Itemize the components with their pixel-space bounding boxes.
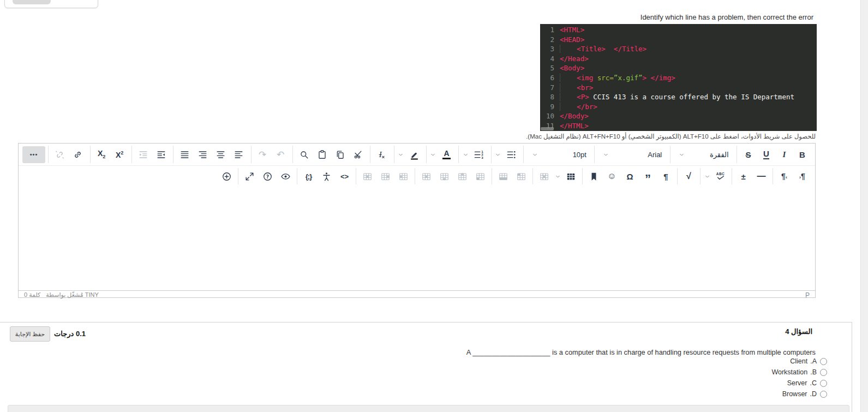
fullscreen-button[interactable] [241, 168, 259, 185]
code-line: 7 <br> [540, 83, 817, 93]
answer-radio[interactable] [820, 369, 827, 376]
nonbreaking-space-button[interactable]: ± [734, 168, 752, 185]
previous-card-button[interactable] [13, 0, 51, 4]
toolbar-group [356, 168, 415, 184]
subscript-button[interactable]: X2 [93, 146, 111, 163]
insert-column-before-button[interactable] [394, 168, 412, 185]
text-color-menu-button[interactable] [429, 146, 438, 163]
code-sample-button[interactable]: {;} [300, 168, 318, 185]
svg-text:3: 3 [482, 156, 484, 159]
anchor-button[interactable] [585, 168, 603, 185]
align-center-button[interactable] [212, 146, 230, 163]
search-icon [299, 150, 309, 160]
answer-radio[interactable] [820, 358, 827, 365]
answer-radio[interactable] [820, 380, 827, 387]
numbered-list-button[interactable]: 123 [470, 146, 488, 163]
delete-table-button[interactable] [535, 168, 553, 185]
outdent-button[interactable] [134, 146, 152, 163]
font-size-select[interactable]: 10pt [526, 146, 591, 163]
split-cell-button[interactable] [512, 168, 530, 185]
help-button[interactable]: ? [259, 168, 277, 185]
answer-radio[interactable] [820, 391, 827, 398]
code-scrollbar-thumb[interactable] [541, 127, 554, 130]
tbl-delete-icon [539, 171, 549, 182]
insert-table-menu-button[interactable] [553, 168, 562, 185]
numbered-list-menu-button[interactable] [461, 146, 470, 163]
spellcheck-menu-button[interactable] [703, 168, 711, 185]
delete-column-button[interactable] [358, 168, 376, 185]
font-family-select[interactable]: Arial [597, 146, 667, 163]
nbsp-icon: ± [741, 172, 745, 181]
paragraph-mark-button[interactable]: ¶ [657, 168, 675, 185]
align-left-button[interactable] [230, 146, 248, 163]
strikethrough-button[interactable]: S [739, 146, 757, 163]
paragraph-format-select[interactable]: الفقرة [673, 146, 734, 163]
line-number: 6 [540, 73, 560, 83]
spellcheck-button[interactable]: ABC [711, 168, 729, 185]
delete-row-button[interactable] [417, 168, 435, 185]
code-line: 11</HTML> [540, 121, 817, 131]
paste-button[interactable] [313, 146, 331, 163]
save-answer-button[interactable]: حفظ الإجابة [10, 326, 50, 342]
superscript-button[interactable]: X2 [111, 146, 129, 163]
tbl-col-after-icon [380, 171, 391, 182]
special-character-button[interactable]: Ω [621, 168, 639, 185]
tbl-row-del-icon [421, 171, 432, 182]
preview-button[interactable] [277, 168, 295, 185]
underline-button[interactable]: U [757, 146, 775, 163]
cell-properties-button[interactable] [471, 168, 489, 185]
background-color-menu-button[interactable] [397, 146, 405, 163]
page-scrollbar[interactable] [860, 0, 868, 412]
align-center-icon [215, 150, 226, 160]
code-line: 6 <img src=”x.gif”> </img> [540, 73, 817, 83]
accessibility-icon [321, 171, 332, 182]
italic-button[interactable]: I [775, 146, 793, 163]
insert-row-below-button[interactable] [435, 168, 453, 185]
option-label: Server [787, 379, 807, 387]
background-color-button[interactable] [405, 146, 423, 163]
undo-button[interactable]: ↶ [272, 146, 290, 163]
pilcrow-icon: ¶ [663, 172, 668, 181]
insert-table-button[interactable] [562, 168, 580, 185]
more-options-button[interactable]: ••• [22, 146, 45, 163]
insert-link-button[interactable] [69, 146, 87, 163]
bold-button[interactable]: B [793, 146, 811, 163]
clear-formatting-button[interactable]: I× [373, 146, 391, 163]
toolbar-group [532, 168, 582, 184]
insert-column-after-button[interactable] [376, 168, 394, 185]
insert-row-above-button[interactable] [453, 168, 471, 185]
indent-button[interactable] [152, 146, 170, 163]
add-content-button[interactable] [218, 168, 236, 185]
unlink-button[interactable] [51, 146, 69, 163]
bullet-list-button[interactable] [502, 146, 520, 163]
toolbar-group [292, 146, 369, 163]
rtl-paragraph-button[interactable]: ›¶ [793, 168, 811, 185]
unlink-icon [55, 150, 65, 160]
editor-content-area[interactable] [19, 187, 815, 290]
bullet-list-menu-button[interactable] [494, 146, 502, 163]
tbl-cell-icon [475, 171, 486, 182]
emoticons-button[interactable]: ☺ [603, 168, 621, 185]
cut-button[interactable] [349, 146, 367, 163]
merge-cells-button[interactable] [494, 168, 512, 185]
align-justify-button[interactable] [176, 146, 194, 163]
code-line: 10</Body> [540, 111, 817, 121]
help-icon: ? [262, 171, 273, 182]
redo-button[interactable]: ↷ [254, 146, 272, 163]
preview-icon [280, 171, 291, 182]
ltr-paragraph-button[interactable]: ¶‹ [775, 168, 793, 185]
horizontal-rule-button[interactable]: — [752, 168, 770, 185]
find-replace-button[interactable] [295, 146, 313, 163]
source-code-button[interactable]: <> [336, 168, 354, 185]
copy-button[interactable] [331, 146, 349, 163]
code-text: <P> CCIS 413 is a course offered by the … [560, 92, 794, 102]
blockquote-button[interactable]: ” [639, 168, 657, 185]
text-color-button[interactable]: A [438, 146, 456, 163]
accessibility-checker-button[interactable] [318, 168, 336, 185]
powered-by-tiny[interactable]: مُشغّل بواسطة TINY [46, 291, 98, 298]
code-text: <Body> [560, 63, 584, 73]
math-editor-button[interactable]: √ [680, 168, 698, 185]
align-justify-icon [179, 150, 190, 160]
element-path[interactable]: P [805, 291, 810, 299]
align-right-button[interactable] [194, 146, 212, 163]
